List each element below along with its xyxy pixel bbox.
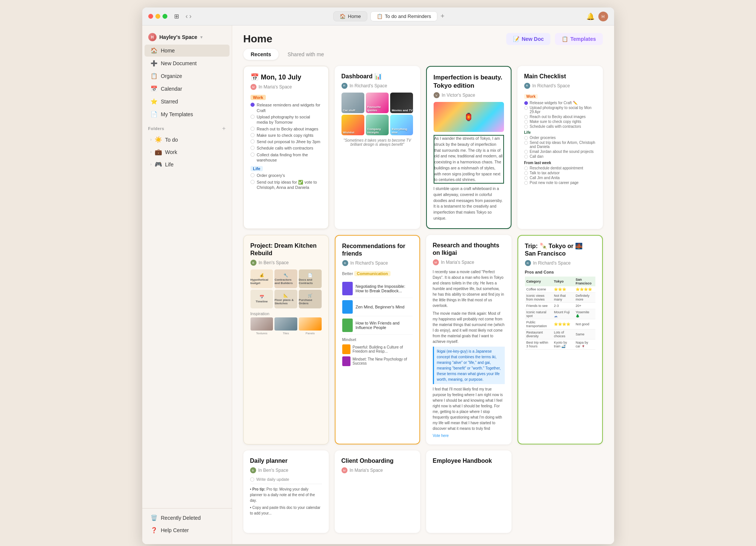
trash-icon: 🗑️ [151, 515, 157, 521]
recently-deleted-label: Recently Deleted [161, 515, 201, 521]
card-monday-title: 📅 Mon, 10 July [251, 73, 322, 82]
cl-item: Post new note to career page [524, 181, 596, 185]
book-icon-2 [342, 300, 353, 314]
tab-todo[interactable]: 📋 To do and Reminders [370, 11, 438, 21]
cl-item: Make sure to check copy rights [524, 120, 596, 124]
card-checklist-meta: R In Richard's Space [524, 83, 596, 89]
card-kitchen[interactable]: Project: Dream Kitchen Rebuild B In Ben'… [243, 235, 329, 445]
todo-tab-icon: 📋 [377, 13, 383, 19]
sidebar-item-recently-deleted[interactable]: 🗑️ Recently Deleted [145, 512, 230, 524]
close-button[interactable] [148, 14, 153, 19]
card-daily-planner[interactable]: Daily planner B In Ben's Space Write dai… [243, 450, 329, 533]
vote-link[interactable]: Vote here [433, 434, 505, 438]
sidebar-item-calendar[interactable]: 📅 Calendar [145, 83, 230, 95]
card-handbook-title: Employee Handbook [433, 457, 505, 465]
card-recommendations[interactable]: Recommendations for friends R In Richard… [335, 235, 420, 445]
checkbox [524, 125, 528, 129]
new-doc-label: New Doc [522, 36, 544, 42]
mindset-item-1: Powerful: Building a Culture of Freedom … [342, 343, 413, 355]
card-employee-handbook[interactable]: Employee Handbook [426, 450, 511, 533]
card-ikigai-avatar: M [433, 259, 439, 265]
insp-panels [299, 317, 322, 331]
card-ikigai-meta: M In Maria's Space [433, 259, 505, 265]
sidebar-item-calendar-label: Calendar [161, 86, 182, 92]
sidebar-item-help-center[interactable]: ❓ Help Center [145, 524, 230, 536]
checkbox [524, 150, 528, 154]
ikigai-body3: I feel that I'll most likely find my tru… [433, 386, 505, 431]
imperfection-body2: I stumble upon a craft whiteboard in a q… [434, 186, 504, 221]
sidebar-item-new-document[interactable]: ➕ New Document [145, 57, 230, 69]
card-trip-avatar: R [525, 260, 531, 266]
card-main-checklist[interactable]: Main Checklist R In Richard's Space Work… [517, 66, 603, 229]
templates-icon: 📄 [151, 111, 157, 118]
cl-item: Upload photography to social by Mon 29 A… [524, 106, 596, 114]
table-row: Public transportation⭐⭐⭐⭐Not good [525, 319, 595, 329]
add-folder-button[interactable]: + [222, 125, 225, 132]
sidebar-item-starred[interactable]: ⭐ Starred [145, 96, 230, 108]
cl-item: Reschedule dentist appointment [524, 166, 596, 170]
checkbox-done [524, 101, 528, 105]
work-tag: Work [251, 95, 266, 100]
templates-label: Templates [570, 36, 596, 42]
insp-labels: Textures Tiles Panels [251, 332, 322, 335]
tab-home[interactable]: 🏠 Home [333, 11, 367, 21]
tab-recents[interactable]: Recents [243, 49, 279, 60]
card-onboarding-title: Client Onboarding [341, 457, 413, 465]
table-row: Iconic views from moviesNot that manyDef… [525, 293, 595, 303]
user-avatar[interactable]: H [598, 12, 608, 21]
insp-textures [251, 317, 273, 331]
card-recs-meta: R In Richard's Space [342, 260, 413, 266]
sidebar-item-home[interactable]: 🏠 Home [145, 45, 230, 57]
header-actions: 📝 New Doc 📋 Templates [506, 33, 602, 45]
sidebar-toggle-button[interactable]: ⊞ [172, 12, 181, 21]
chevron-down-icon: ▾ [200, 35, 203, 40]
card-dashboard[interactable]: Dashboard 📊 R In Richard's Space Car stu… [335, 66, 420, 229]
page-title: Home [243, 33, 273, 45]
mindset-item-2: Mindset: The New Psychology of Success [342, 355, 413, 367]
insp-tiles [274, 317, 297, 331]
app-layout: H Hayley's Space ▾ 🏠 Home ➕ New Document… [142, 25, 614, 544]
card-kitchen-avatar: B [251, 260, 256, 266]
inspiration-label: Inspiration [251, 311, 322, 316]
table-row: Friends to see2-320+ [525, 303, 595, 309]
add-tab-button[interactable]: + [440, 11, 444, 21]
dashboard-quote: "Sometimes it takes years to become TV b… [341, 138, 413, 147]
table-row: Iconic natural spotMount Fuji 🗻Yosemite … [525, 309, 595, 319]
tab-shared[interactable]: Shared with me [280, 49, 331, 60]
templates-button[interactable]: 📋 Templates [555, 33, 602, 45]
minimize-button[interactable] [155, 14, 160, 19]
recs-intro: Better Communication [342, 270, 413, 277]
card-ikigai[interactable]: Research and thoughts on Ikigai M In Mar… [426, 235, 511, 445]
nav-buttons: ‹ › [186, 12, 192, 20]
back-button[interactable]: ‹ [186, 12, 188, 20]
main-content: Home 📝 New Doc 📋 Templates Recents Share… [232, 25, 614, 544]
table-row: Restaurant diversityLots of choicesSame [525, 329, 595, 340]
folder-item-life[interactable]: › 🎮 Life [145, 159, 230, 170]
col-category: Category [525, 277, 553, 286]
folders-section: Folders + [142, 121, 232, 133]
card-client-onboarding[interactable]: Client Onboarding M In Maria's Space [335, 450, 420, 533]
checkbox [524, 181, 528, 185]
maximize-button[interactable] [163, 14, 167, 19]
new-doc-button[interactable]: 📝 New Doc [506, 33, 550, 45]
card-dashboard-avatar: R [341, 83, 347, 89]
sidebar-item-organize[interactable]: 📋 Organize [145, 70, 230, 82]
sidebar-item-my-templates-label: My Templates [161, 111, 193, 117]
checkbox [251, 127, 255, 131]
sidebar-item-my-templates[interactable]: 📄 My Templates [145, 108, 230, 120]
ikigai-body: I recently saw a movie called "Perfect D… [433, 269, 505, 308]
checklist-item: Reach out to Becky about images [251, 126, 322, 132]
checkbox [251, 153, 255, 157]
kitchen-floor: 📐Floor plans & Sketches [274, 290, 297, 308]
img-car: Car stuff [341, 93, 364, 113]
hayley-space-item[interactable]: H Hayley's Space ▾ [142, 30, 232, 44]
traffic-lights [148, 14, 167, 19]
card-trip[interactable]: Trip: 🍡 Tokyo or 🌉 San Francisco R In Ri… [517, 235, 603, 445]
todo-folder-icon: ☀️ [155, 136, 162, 143]
folder-item-work[interactable]: › 💼 Work [145, 146, 230, 158]
notification-button[interactable]: 🔔 [586, 12, 595, 21]
folder-item-todo[interactable]: › ☀️ To do [145, 134, 230, 145]
forward-button[interactable]: › [189, 12, 192, 20]
card-imperfection[interactable]: Imperfection is beauty. Tokyo edition V … [426, 66, 511, 229]
card-monday[interactable]: 📅 Mon, 10 July M In Maria's Space Work R… [243, 66, 329, 229]
